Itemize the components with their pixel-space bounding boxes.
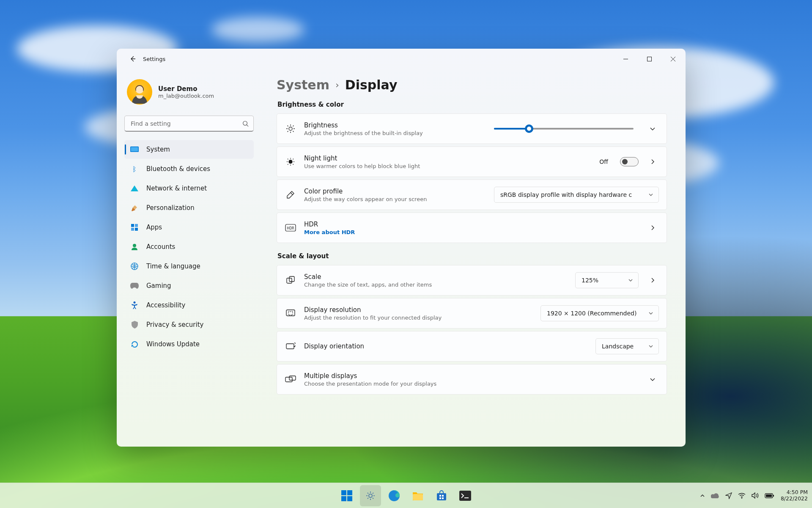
scale-dropdown[interactable]: 125% (575, 272, 639, 288)
window-title: Settings (143, 56, 165, 62)
svg-point-13 (289, 160, 292, 163)
hdr-icon: HDR (285, 222, 296, 234)
night-light-title: Night light (304, 155, 420, 162)
location-icon[interactable] (725, 492, 732, 499)
open-button[interactable] (646, 159, 659, 165)
expand-button[interactable] (646, 376, 659, 382)
card-brightness[interactable]: Brightness Adjust the brightness of the … (277, 113, 667, 144)
sidebar-item-privacy-security[interactable]: Privacy & security (124, 315, 254, 334)
brightness-slider[interactable] (494, 128, 634, 130)
titlebar[interactable]: Settings (117, 49, 686, 69)
network-icon (130, 184, 139, 193)
svg-rect-18 (286, 310, 295, 316)
system-tray[interactable]: 4:50 PM 8/22/2022 (700, 489, 808, 502)
night-light-toggle[interactable] (620, 157, 639, 166)
svg-rect-0 (647, 57, 651, 61)
resolution-dropdown[interactable]: 812 × 508 (Recommended) (540, 305, 659, 321)
minimize-button[interactable] (614, 50, 637, 68)
sidebar-item-bluetooth[interactable]: ᛒBluetooth & devices (124, 160, 254, 178)
sidebar-item-apps[interactable]: Apps (124, 218, 254, 237)
orientation-icon (285, 340, 296, 352)
taskbar-terminal[interactable] (455, 485, 476, 506)
taskbar-store[interactable] (431, 485, 452, 506)
card-scale[interactable]: Scale Change the size of text, apps, and… (277, 265, 667, 295)
breadcrumb-separator: › (335, 80, 339, 90)
svg-point-2 (243, 121, 247, 125)
resolution-value: 812 × 508 (Recommended) (547, 310, 636, 317)
sidebar-item-label: Privacy & security (146, 321, 203, 329)
maximize-button[interactable] (637, 50, 661, 68)
arrow-left-icon (129, 55, 136, 62)
volume-icon[interactable] (752, 492, 759, 499)
sidebar-item-label: Time & language (146, 262, 200, 270)
orientation-dropdown[interactable]: Landscape (595, 338, 659, 354)
svg-rect-33 (442, 497, 444, 499)
sidebar-item-windows-update[interactable]: Windows Update (124, 335, 254, 353)
sidebar-item-network[interactable]: Network & internet (124, 179, 254, 198)
wifi-icon[interactable] (738, 493, 746, 499)
breadcrumb-current: Display (345, 77, 398, 92)
color-profile-title: Color profile (304, 188, 427, 195)
scale-sub: Change the size of text, apps, and other… (304, 282, 432, 288)
svg-rect-30 (439, 495, 441, 497)
resolution-icon (285, 307, 296, 319)
desktop: Settings User Demo m_lab@outlook.com (0, 0, 812, 508)
taskbar-explorer[interactable] (407, 485, 428, 506)
sidebar-item-personalization[interactable]: Personalization (124, 199, 254, 217)
onedrive-icon[interactable] (711, 493, 719, 498)
maximize-icon (647, 57, 652, 61)
sidebar-item-time-language[interactable]: Time & language (124, 257, 254, 276)
taskbar-settings[interactable] (360, 485, 381, 506)
back-button[interactable] (127, 53, 139, 65)
sidebar-item-label: Windows Update (146, 340, 200, 348)
sidebar-item-accounts[interactable]: Accounts (124, 237, 254, 256)
card-hdr[interactable]: HDR HDR More about HDR (277, 213, 667, 243)
wallpaper-cloud (211, 17, 304, 42)
search-input[interactable] (124, 116, 254, 132)
chevron-right-icon (650, 277, 656, 283)
close-button[interactable] (661, 50, 685, 68)
breadcrumb: System › Display (277, 77, 667, 92)
hdr-link[interactable]: More about HDR (304, 229, 355, 235)
section-scale-layout: Scale & layout (277, 252, 667, 260)
chevron-down-icon (648, 311, 653, 316)
accounts-icon (130, 243, 139, 251)
svg-text:HDR: HDR (287, 226, 294, 230)
taskbar-edge[interactable] (384, 485, 405, 506)
taskbar: 4:50 PM 8/22/2022 (0, 483, 812, 508)
svg-rect-19 (286, 344, 294, 349)
sidebar-item-label: Apps (146, 224, 162, 231)
card-multiple-displays[interactable]: Multiple displays Choose the presentatio… (277, 364, 667, 395)
sidebar-item-label: Gaming (146, 282, 171, 290)
open-button[interactable] (646, 277, 659, 283)
resolution-title: Display resolution (304, 306, 442, 314)
start-button[interactable] (336, 485, 357, 506)
search-icon (242, 121, 249, 127)
expand-button[interactable] (646, 126, 659, 132)
breadcrumb-parent[interactable]: System (277, 77, 329, 92)
card-resolution[interactable]: Display resolution Adjust the resolution… (277, 298, 667, 329)
open-button[interactable] (646, 225, 659, 231)
section-brightness-color: Brightness & color (277, 101, 667, 108)
system-icon (130, 145, 139, 154)
clock[interactable]: 4:50 PM 8/22/2022 (781, 489, 808, 502)
clock-time: 4:50 PM (781, 489, 808, 495)
svg-rect-32 (439, 497, 441, 499)
content: System › Display Brightness & color Brig… (261, 69, 686, 447)
profile-block[interactable]: User Demo m_lab@outlook.com (124, 72, 254, 112)
card-orientation[interactable]: Display orientation Landscape (277, 331, 667, 362)
chevron-down-icon (650, 126, 656, 132)
eyedropper-icon (285, 189, 296, 201)
sidebar-item-accessibility[interactable]: Accessibility (124, 296, 254, 315)
card-night-light[interactable]: Night light Use warmer colors to help bl… (277, 146, 667, 177)
sidebar-item-system[interactable]: System (124, 140, 254, 159)
battery-icon[interactable] (765, 493, 774, 498)
card-color-profile[interactable]: Color profile Adjust the way colors appe… (277, 179, 667, 210)
orientation-value: Landscape (602, 343, 634, 350)
color-profile-dropdown[interactable]: sRGB display profile with display hardwa… (494, 187, 659, 203)
tray-overflow-icon[interactable] (700, 493, 705, 498)
sidebar-item-gaming[interactable]: Gaming (124, 276, 254, 295)
chevron-down-icon (650, 376, 656, 382)
resolution-sub: Adjust the resolution to fit your connec… (304, 315, 442, 321)
clock-date: 8/22/2022 (781, 496, 808, 502)
